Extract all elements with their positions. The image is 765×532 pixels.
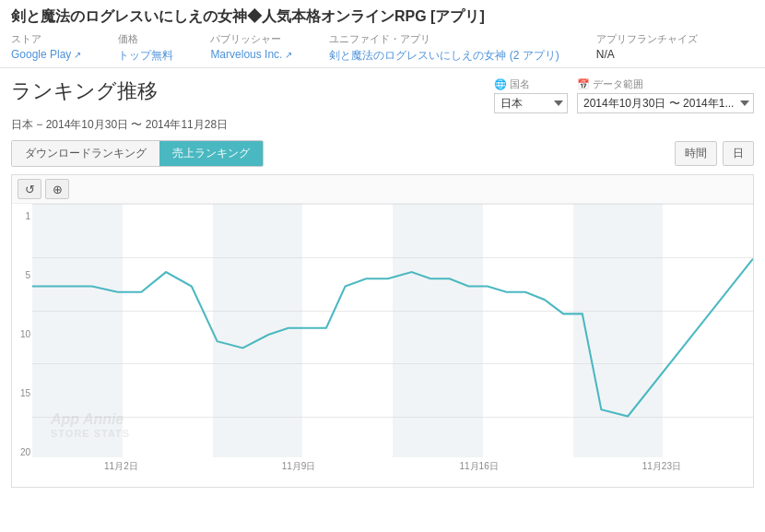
tab-download[interactable]: ダウンロードランキング bbox=[12, 141, 159, 166]
globe-icon: 🌐 bbox=[494, 78, 507, 90]
chart-area: ↺ ⊕ 1 5 10 15 20 bbox=[11, 174, 754, 488]
watermark: App Annie STORE STATS bbox=[51, 411, 130, 439]
date-select[interactable]: 2014年10月30日 〜 2014年1... bbox=[577, 93, 754, 113]
y-label-20: 20 bbox=[14, 447, 30, 457]
franchise-value: N/A bbox=[596, 48, 698, 61]
x-axis: 11月2日 11月9日 11月16日 11月23日 bbox=[32, 457, 753, 476]
store-label: ストア bbox=[11, 32, 81, 46]
time-button[interactable]: 時間 bbox=[675, 141, 717, 166]
calendar-icon: 📅 bbox=[577, 78, 590, 90]
app-title: 剣と魔法のログレスいにしえの女神◆人気本格オンラインRPG [アプリ] bbox=[11, 7, 754, 27]
store-value[interactable]: Google Play ↗ bbox=[11, 48, 81, 61]
x-label-nov2: 11月2日 bbox=[104, 460, 138, 473]
watermark-line1: App Annie bbox=[51, 411, 130, 428]
publisher-label: パブリッシャー bbox=[210, 32, 292, 46]
y-label-1: 1 bbox=[14, 211, 30, 221]
y-label-15: 15 bbox=[14, 388, 30, 398]
x-label-nov16: 11月16日 bbox=[459, 460, 498, 473]
date-range-text: 日本 − 2014年10月30日 〜 2014年11月28日 bbox=[11, 117, 754, 133]
external-link-icon: ↗ bbox=[74, 50, 81, 60]
external-link-icon2: ↗ bbox=[285, 50, 292, 60]
y-axis: 1 5 10 15 20 bbox=[12, 204, 32, 476]
x-label-nov9: 11月9日 bbox=[282, 460, 316, 473]
ranking-title: ランキング推移 bbox=[11, 77, 158, 105]
zoom-button[interactable]: ⊕ bbox=[45, 179, 69, 199]
unified-value[interactable]: 剣と魔法のログレスいにしえの女神 (2 アプリ) bbox=[329, 48, 559, 64]
ranking-tabs: ダウンロードランキング 売上ランキング bbox=[11, 140, 264, 167]
day-button[interactable]: 日 bbox=[723, 141, 754, 166]
x-label-nov23: 11月23日 bbox=[642, 460, 681, 473]
tab-sales[interactable]: 売上ランキング bbox=[159, 141, 263, 166]
publisher-value[interactable]: Marvelous Inc. ↗ bbox=[210, 48, 292, 61]
franchise-label: アプリフランチャイズ bbox=[596, 32, 698, 46]
price-label: 価格 bbox=[118, 32, 173, 46]
price-value: トップ無料 bbox=[118, 48, 173, 64]
watermark-line2: STORE STATS bbox=[51, 428, 130, 439]
chart-plot: App Annie STORE STATS 11月2日 11月9日 11月16日… bbox=[32, 204, 753, 476]
unified-label: ユニファイド・アプリ bbox=[329, 32, 559, 46]
date-filter-label: 📅 データ範囲 bbox=[577, 77, 754, 91]
country-filter-label: 🌐 国名 bbox=[494, 77, 568, 91]
y-label-5: 5 bbox=[14, 270, 30, 280]
reset-button[interactable]: ↺ bbox=[18, 179, 41, 199]
chart-svg bbox=[32, 204, 753, 465]
y-label-10: 10 bbox=[14, 329, 30, 339]
country-select[interactable]: 日本 bbox=[494, 93, 568, 113]
